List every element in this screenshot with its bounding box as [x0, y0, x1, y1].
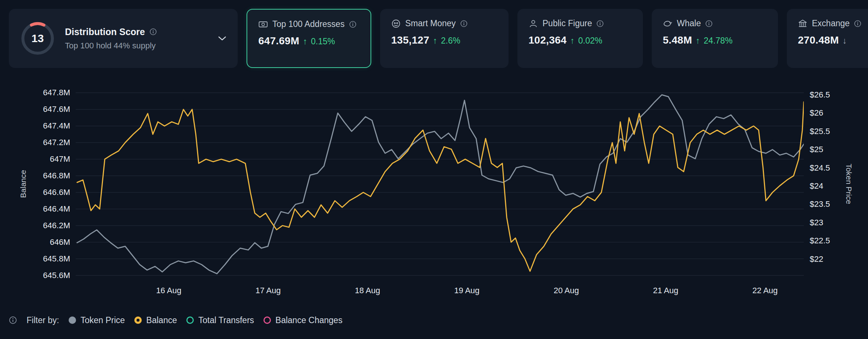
series-token-price	[77, 95, 804, 274]
card-value: 135,127	[391, 34, 429, 46]
legend-item-label: Balance	[146, 315, 177, 325]
bank-icon	[798, 19, 807, 28]
stat-card-top-100-addresses[interactable]: Top 100 Addresses 647.69M ↑ 0.15%	[247, 9, 371, 68]
y-axis-left-tick: 645.8M	[43, 254, 70, 264]
x-axis-tick: 17 Aug	[242, 286, 294, 295]
y-axis-right-tick: $24	[810, 181, 823, 191]
stat-card-exchange[interactable]: Exchange 270.48M ↓	[787, 9, 868, 68]
y-axis-left-tick: 647.8M	[43, 88, 70, 97]
total-transfers-dot-icon	[186, 316, 194, 324]
token-price-dot-icon	[69, 316, 76, 324]
legend-item-label: Token Price	[80, 315, 125, 325]
y-axis-right-tick: $25.5	[810, 127, 830, 136]
y-axis-left-tick: 646M	[50, 237, 70, 247]
x-axis-tick: 21 Aug	[640, 286, 692, 295]
y-axis-left-tick: 646.2M	[43, 221, 70, 230]
distribution-score-title: Distribution Score	[65, 27, 145, 37]
x-axis-tick: 20 Aug	[540, 286, 592, 295]
y-axis-right-tick: $23.5	[810, 199, 830, 209]
info-icon[interactable]	[596, 20, 604, 27]
distribution-score-text: Distribution Score Top 100 hold 44% supp…	[65, 27, 157, 51]
dashboard: 13 Distribution Score Top 100 hold 44% s…	[0, 0, 868, 339]
series-balance	[77, 102, 804, 271]
info-icon[interactable]	[9, 316, 17, 324]
legend-item-balance[interactable]: Balance	[134, 315, 177, 325]
card-title: Top 100 Addresses	[272, 19, 345, 29]
stat-card-public-figure[interactable]: Public Figure 102,364 ↑ 0.02%	[517, 9, 643, 68]
distribution-score-gauge: 13	[20, 21, 55, 56]
up-arrow-icon: ↑	[433, 36, 437, 46]
person-icon	[528, 19, 538, 28]
filter-by-label: Filter by:	[27, 315, 59, 325]
smart-money-face-icon	[391, 19, 401, 28]
x-axis-tick: 16 Aug	[143, 286, 194, 295]
y-axis-right-tick: $22	[810, 254, 823, 264]
balance-changes-dot-icon	[264, 316, 271, 324]
y-axis-right-tick: $26	[810, 108, 823, 118]
stat-cards-row: 13 Distribution Score Top 100 hold 44% s…	[9, 9, 868, 68]
chart-filter-legend: Filter by: Token Price Balance Total Tra…	[9, 314, 342, 326]
y-axis-left-tick: 645.6M	[43, 271, 70, 280]
x-axis-tick: 22 Aug	[739, 286, 791, 295]
legend-item-balance-changes[interactable]: Balance Changes	[264, 315, 342, 325]
legend-item-token-price[interactable]: Token Price	[69, 315, 125, 325]
y-axis-left-tick: 647M	[50, 154, 70, 164]
card-title: Whale	[677, 18, 701, 28]
card-title: Public Figure	[542, 18, 592, 28]
stat-card-whale[interactable]: Whale 5.48M ↑ 24.78%	[652, 9, 778, 68]
y-axis-left-tick: 647.4M	[43, 121, 70, 131]
info-icon[interactable]	[705, 20, 713, 27]
y-axis-right-tick: $23	[810, 218, 823, 227]
y-axis-right-tick: $22.5	[810, 236, 830, 246]
card-value: 102,364	[528, 34, 566, 46]
info-icon[interactable]	[349, 21, 356, 28]
chevron-down-icon[interactable]	[218, 36, 227, 41]
card-delta: 2.6%	[441, 36, 460, 46]
card-delta: 24.78%	[704, 36, 733, 46]
card-value: 270.48M	[798, 34, 839, 46]
y-axis-left-tick: 646.6M	[43, 188, 70, 197]
info-icon[interactable]	[460, 20, 468, 27]
up-arrow-icon: ↑	[570, 36, 575, 46]
x-axis-tick: 19 Aug	[441, 286, 493, 295]
card-value: 647.69M	[258, 35, 299, 47]
card-delta: 0.15%	[311, 37, 335, 47]
whale-icon	[663, 19, 672, 28]
x-axis-labels: 16 Aug17 Aug18 Aug19 Aug20 Aug21 Aug22 A…	[76, 286, 804, 296]
info-icon[interactable]	[854, 20, 861, 27]
legend-item-label: Balance Changes	[275, 315, 342, 325]
card-delta: 0.02%	[578, 36, 602, 46]
banknote-icon	[258, 20, 268, 29]
y-axis-right-tick: $24.5	[810, 163, 830, 173]
card-title: Smart Money	[405, 18, 456, 28]
balance-price-chart[interactable]	[76, 89, 804, 280]
x-axis-tick: 18 Aug	[342, 286, 393, 295]
legend-item-label: Total Transfers	[198, 315, 254, 325]
y-axis-left-tick: 646.8M	[43, 171, 70, 181]
y-axis-left-labels: 647.8M647.6M647.4M647.2M647M646.8M646.6M…	[0, 89, 70, 280]
y-axis-left-tick: 647.6M	[43, 105, 70, 114]
legend-item-total-transfers[interactable]: Total Transfers	[186, 315, 254, 325]
y-axis-right-labels: $26.5$26$25.5$25$24.5$24$23.5$23$22.5$22	[810, 89, 858, 280]
info-icon[interactable]	[149, 28, 157, 35]
up-arrow-icon: ↑	[696, 36, 700, 46]
down-arrow-icon: ↓	[843, 36, 847, 46]
up-arrow-icon: ↑	[303, 37, 307, 47]
y-axis-right-tick: $26.5	[810, 90, 830, 100]
card-title: Exchange	[812, 18, 850, 28]
stat-card-smart-money[interactable]: Smart Money 135,127 ↑ 2.6%	[380, 9, 509, 68]
distribution-score-card[interactable]: 13 Distribution Score Top 100 hold 44% s…	[9, 9, 238, 68]
distribution-score-subtitle: Top 100 hold 44% supply	[65, 41, 157, 51]
y-axis-right-tick: $25	[810, 145, 823, 154]
balance-dot-icon	[134, 316, 142, 324]
card-value: 5.48M	[663, 34, 692, 46]
y-axis-left-tick: 647.2M	[43, 138, 70, 147]
y-axis-left-tick: 646.4M	[43, 204, 70, 214]
distribution-score-value: 13	[20, 21, 55, 56]
